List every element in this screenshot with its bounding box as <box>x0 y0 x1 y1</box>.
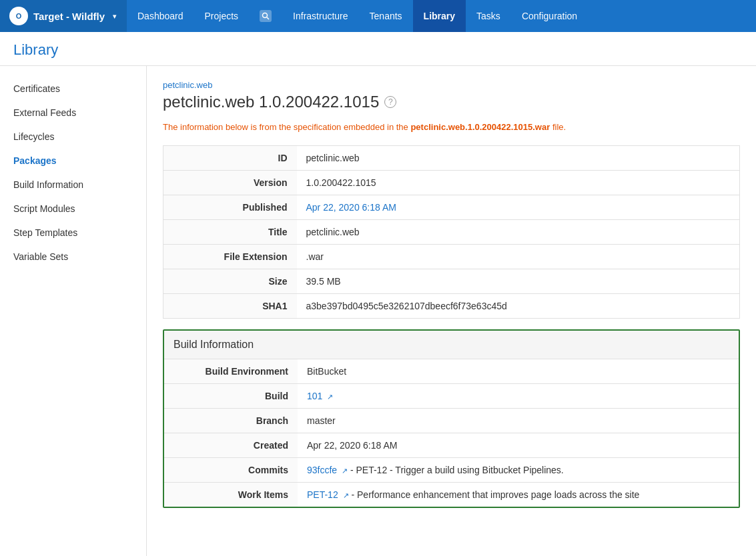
nav-items: Dashboard Projects Infrastructure Tenant… <box>127 0 588 32</box>
field-value-file-extension: .war <box>297 245 740 269</box>
table-row: Version 1.0.200422.1015 <box>163 171 740 195</box>
field-value-sha1: a3be397bd0495c5e3262107dbeecf6f73e63c45d <box>297 294 740 319</box>
work-items-external-link-icon: ↗ <box>343 491 349 500</box>
work-items-link[interactable]: PET-12 <box>307 489 338 500</box>
commits-link[interactable]: 93fccfe <box>307 465 337 475</box>
field-value-branch: master <box>298 409 739 433</box>
nav-brand[interactable]: O Target - Wildfly ▾ <box>0 0 127 32</box>
field-value-id: petclinic.web <box>297 146 740 171</box>
field-label-branch: Branch <box>164 409 298 433</box>
svg-line-1 <box>267 17 269 19</box>
info-suffix: file. <box>550 122 566 132</box>
sidebar-item-certificates[interactable]: Certificates <box>0 77 146 101</box>
field-label-work-items: Work Items <box>164 483 298 507</box>
package-title-text: petclinic.web 1.0.200422.1015 <box>163 93 379 111</box>
field-label-published: Published <box>163 195 297 220</box>
info-message: The information below is from the specif… <box>163 119 740 135</box>
nav-infrastructure[interactable]: Infrastructure <box>282 0 358 32</box>
field-label-sha1: SHA1 <box>163 294 297 319</box>
field-label-version: Version <box>163 171 297 195</box>
table-row: File Extension .war <box>163 245 740 269</box>
nav-search[interactable] <box>249 0 282 32</box>
field-label-created: Created <box>164 433 298 458</box>
published-link[interactable]: Apr 22, 2020 6:18 AM <box>306 202 396 213</box>
breadcrumb-link[interactable]: petclinic.web <box>163 80 212 90</box>
field-value-build-env: BitBucket <box>298 359 739 384</box>
table-row: Created Apr 22, 2020 6:18 AM <box>164 433 739 458</box>
table-row: SHA1 a3be397bd0495c5e3262107dbeecf6f73e6… <box>163 294 740 319</box>
page-header: Library <box>0 32 756 66</box>
nav-tenants[interactable]: Tenants <box>359 0 413 32</box>
build-info-section: Build Information Build Environment BitB… <box>163 329 740 508</box>
sidebar-item-lifecycles[interactable]: Lifecycles <box>0 125 146 149</box>
brand-chevron-icon: ▾ <box>113 13 116 20</box>
brand-name: Target - Wildfly <box>33 11 105 22</box>
nav-library[interactable]: Library <box>413 0 466 32</box>
nav-tasks[interactable]: Tasks <box>466 0 511 32</box>
nav-projects[interactable]: Projects <box>194 0 250 32</box>
commits-external-link-icon: ↗ <box>342 467 348 475</box>
table-row: Title petclinic.web <box>163 220 740 245</box>
table-row: Published Apr 22, 2020 6:18 AM <box>163 195 740 220</box>
field-label-id: ID <box>163 146 297 171</box>
build-info-table: Build Environment BitBucket Build 101 ↗ … <box>164 359 739 507</box>
field-value-build: 101 ↗ <box>298 384 739 409</box>
sidebar-item-variable-sets[interactable]: Variable Sets <box>0 245 146 269</box>
main-content: petclinic.web petclinic.web 1.0.200422.1… <box>147 66 756 556</box>
build-info-title: Build Information <box>173 339 254 350</box>
field-value-work-items: PET-12 ↗ - Performance enhancement that … <box>298 483 739 507</box>
sidebar-item-step-templates[interactable]: Step Templates <box>0 221 146 245</box>
info-prefix: The information below is from the specif… <box>163 122 410 132</box>
build-info-header: Build Information <box>164 331 739 359</box>
nav-dashboard[interactable]: Dashboard <box>127 0 194 32</box>
info-filename: petclinic.web.1.0.200422.1015.war <box>410 122 550 132</box>
table-row: Build Environment BitBucket <box>164 359 739 384</box>
commits-suffix: - PET-12 - Trigger a build using Bitbuck… <box>350 465 564 475</box>
sidebar-item-packages[interactable]: Packages <box>0 149 146 173</box>
field-value-size: 39.5 MB <box>297 269 740 294</box>
field-label-title: Title <box>163 220 297 245</box>
table-row: Work Items PET-12 ↗ - Performance enhanc… <box>164 483 739 507</box>
help-icon[interactable]: ? <box>384 96 396 108</box>
sidebar-item-external-feeds[interactable]: External Feeds <box>0 101 146 125</box>
package-info-table: ID petclinic.web Version 1.0.200422.1015… <box>163 145 740 319</box>
content-layout: Certificates External Feeds Lifecycles P… <box>0 66 756 556</box>
external-link-icon: ↗ <box>327 393 333 401</box>
svg-point-0 <box>263 13 268 18</box>
table-row: Commits 93fccfe ↗ - PET-12 - Trigger a b… <box>164 458 739 483</box>
field-value-created: Apr 22, 2020 6:18 AM <box>298 433 739 458</box>
top-nav: O Target - Wildfly ▾ Dashboard Projects … <box>0 0 756 32</box>
table-row: Size 39.5 MB <box>163 269 740 294</box>
nav-configuration[interactable]: Configuration <box>511 0 588 32</box>
brand-logo-icon: O <box>9 7 28 25</box>
field-label-build: Build <box>164 384 298 409</box>
page-title: Library <box>13 41 743 59</box>
table-row: ID petclinic.web <box>163 146 740 171</box>
work-items-suffix: - Performance enhancement that improves … <box>351 489 639 500</box>
sidebar-item-script-modules[interactable]: Script Modules <box>0 197 146 221</box>
search-icon <box>260 10 272 22</box>
package-title-row: petclinic.web 1.0.200422.1015 ? <box>163 93 740 111</box>
table-row: Branch master <box>164 409 739 433</box>
sidebar: Certificates External Feeds Lifecycles P… <box>0 66 147 556</box>
field-label-size: Size <box>163 269 297 294</box>
field-label-build-env: Build Environment <box>164 359 298 384</box>
field-value-commits: 93fccfe ↗ - PET-12 - Trigger a build usi… <box>298 458 739 483</box>
table-row: Build 101 ↗ <box>164 384 739 409</box>
field-value-published: Apr 22, 2020 6:18 AM <box>297 195 740 220</box>
build-number-link[interactable]: 101 <box>307 391 322 401</box>
field-label-file-extension: File Extension <box>163 245 297 269</box>
field-value-title: petclinic.web <box>297 220 740 245</box>
field-value-version: 1.0.200422.1015 <box>297 171 740 195</box>
field-label-commits: Commits <box>164 458 298 483</box>
sidebar-item-build-information[interactable]: Build Information <box>0 173 146 197</box>
